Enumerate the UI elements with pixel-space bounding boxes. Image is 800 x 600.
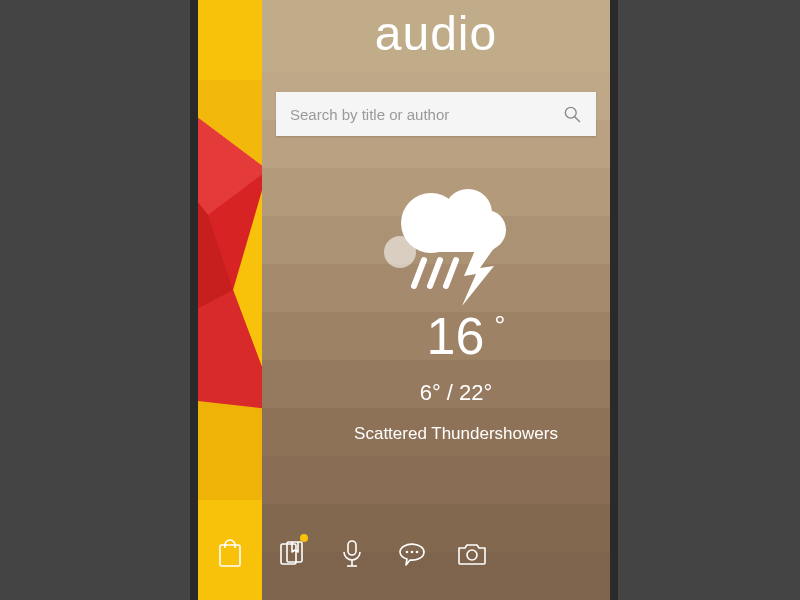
range-separator: /	[441, 380, 459, 405]
notification-dot-icon	[300, 534, 308, 542]
voice-button[interactable]	[322, 530, 382, 578]
search-icon[interactable]	[562, 104, 582, 124]
screen: audio	[198, 0, 610, 600]
weather-condition: Scattered Thundershowers	[354, 424, 558, 444]
main-area: audio	[262, 0, 610, 600]
chat-button[interactable]	[382, 530, 442, 578]
svg-marker-5	[198, 400, 262, 500]
svg-marker-16	[462, 248, 494, 306]
camera-button[interactable]	[442, 530, 502, 578]
svg-rect-18	[281, 544, 296, 564]
svg-point-24	[411, 551, 414, 554]
shopping-bag-icon	[216, 539, 244, 569]
weather-widget: 16 ° 6° / 22° Scattered Thundershowers	[262, 168, 610, 444]
current-temp-value: 16	[426, 306, 484, 366]
chat-bubble-icon	[396, 540, 428, 568]
bookmarks-icon	[277, 539, 307, 569]
svg-point-25	[416, 551, 419, 554]
library-button[interactable]	[262, 530, 322, 578]
shopping-bag-button[interactable]	[198, 530, 262, 578]
geometric-shape-icon	[198, 80, 262, 500]
svg-rect-19	[287, 542, 302, 562]
low-temp: 6°	[420, 380, 441, 405]
temperature-range: 6° / 22°	[420, 380, 493, 406]
camera-icon	[456, 541, 488, 567]
left-decorative-strip	[198, 0, 262, 600]
svg-point-23	[406, 551, 409, 554]
search-bar[interactable]	[276, 92, 596, 136]
current-temperature: 16 °	[426, 306, 505, 366]
svg-point-26	[467, 550, 477, 560]
degree-symbol: °	[494, 310, 505, 342]
svg-rect-20	[348, 541, 356, 555]
svg-line-15	[446, 260, 456, 286]
thunderstorm-icon	[376, 178, 526, 312]
bottom-toolbar	[198, 530, 610, 578]
svg-point-12	[384, 236, 416, 268]
search-input[interactable]	[290, 106, 562, 123]
svg-line-14	[430, 260, 440, 286]
microphone-icon	[339, 539, 365, 569]
page-title: audio	[262, 6, 610, 61]
svg-rect-17	[220, 545, 240, 566]
high-temp: 22°	[459, 380, 492, 405]
svg-marker-3	[198, 290, 262, 410]
svg-line-13	[414, 260, 424, 286]
svg-line-7	[575, 117, 580, 122]
